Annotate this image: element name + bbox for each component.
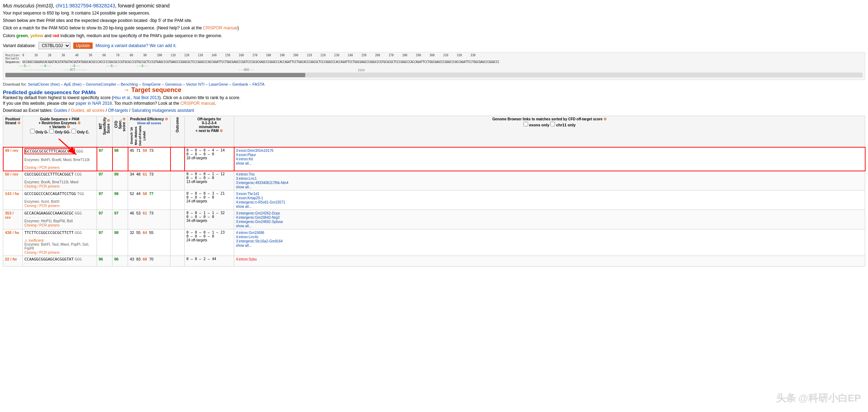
cell-outcome-1 (170, 171, 185, 190)
genome-link-1-0[interactable]: 4:intron:Trio (236, 172, 255, 176)
show-all-2[interactable]: show all... (236, 205, 251, 208)
exons-only-checkbox[interactable] (523, 122, 528, 126)
genome-link-2-2[interactable]: 4:intergenic:n-R5s61-Gm15571 (236, 200, 285, 204)
dl-guides-all[interactable]: Guides, all scores (71, 108, 104, 113)
hsu-link[interactable]: Hsu et al., Nat Biot 2013 (113, 95, 159, 100)
guide-seq-0[interactable]: GCCGGCGCGCTTTCAGGCCTC (24, 148, 75, 154)
scrollbar-thumb[interactable] (5, 73, 305, 77)
exons-only-label[interactable]: exons only (523, 123, 550, 127)
guide-seq-4[interactable]: TTCTTCCGGCCCGCGCTTCTT (24, 230, 74, 235)
genome-link-4-1[interactable]: 4:intron:Lrrc4c (236, 235, 259, 239)
only-g-checkbox[interactable] (30, 129, 35, 133)
th-guide[interactable]: Guide Sequence + PAM+ Restriction Enzyme… (23, 116, 97, 147)
cloning-link-0[interactable]: Cloning / PCR primers (24, 166, 59, 170)
cell-cfd-5: 96 (112, 256, 128, 267)
download-ape[interactable]: ApE (free) (64, 82, 81, 86)
download-vector-nti[interactable]: Vector NTI (186, 82, 204, 86)
genome-link-0-1[interactable]: 4:exon:Ptaur (236, 153, 256, 157)
dl-offtargets[interactable]: Off-targets (108, 108, 128, 113)
genome-link-4-0[interactable]: 4:intron:Gm15686 (236, 231, 264, 235)
dl-guides[interactable]: Guides (54, 108, 67, 113)
download-genbank[interactable]: Genbank (232, 82, 248, 86)
genome-link-1-1[interactable]: 3:intron:Lrrc1 (236, 177, 257, 181)
yellow-text: yellow (30, 33, 43, 38)
mor-5: 83 (136, 257, 140, 261)
only-c-checkbox[interactable] (71, 129, 76, 133)
cell-cfd-0: 98 (112, 147, 128, 171)
target-annotation-text: Target sequence (131, 86, 181, 93)
th-offtargets[interactable]: Off-targets for0-1-2-3-4mismatches+ next… (185, 116, 234, 147)
show-all-0[interactable]: show all... (236, 161, 251, 165)
mor-header[interactable]: Mor.-Mateos (134, 126, 138, 146)
download-fasta[interactable]: FASTA (253, 82, 265, 86)
chr11-only-checkbox[interactable] (550, 122, 555, 126)
genome-link-2-0[interactable]: 3:exon:Tbc1d1 (236, 192, 259, 196)
organism-name: Mus musculus (mm10) (3, 3, 53, 8)
th-cfd[interactable]: CFDSpec.score ⚙ (112, 116, 128, 147)
cloning-link-1[interactable]: Cloning / PCR primers (24, 184, 59, 188)
only-g-label[interactable]: Only G- (30, 130, 48, 134)
guide-seq-3[interactable]: GCCACAGAAGGCCAAACGCGC (24, 211, 74, 216)
guide-seq-2[interactable]: GCCCGGCCCACCAGATTCCTGG (24, 191, 76, 196)
doench-header[interactable]: Doench '16 (130, 126, 133, 146)
download-benchling[interactable]: Benchling (121, 82, 138, 86)
missing-variant-link[interactable]: Missing a variant database? We can add i… (96, 43, 177, 48)
genome-link-3-2[interactable]: 3:intergenic:Gm24692-Sptssa (236, 220, 283, 224)
download-genome-compiler[interactable]: GenomeCompiler (86, 82, 116, 86)
dots-3: · · · · · · · · · · · · · · · · · · · · … (24, 216, 95, 219)
th-genome: Genome Browser links to matches sorted b… (234, 116, 865, 147)
th-position[interactable]: Position/Strand ⚙ (3, 116, 23, 147)
crispor-manual-link1[interactable]: CRISPOR manual (203, 25, 237, 30)
update-button[interactable]: Update (73, 42, 93, 49)
genome-link-3-1[interactable]: 4:intergenic:Gm20642-Nrg3 (236, 216, 279, 219)
show-all-3[interactable]: show all... (236, 224, 251, 228)
guide-seq-1[interactable]: CGCCGGCCGCCTTTCACGGCT (24, 172, 74, 177)
genome-link-2-1[interactable]: 4:exon:Krtap29-1 (236, 196, 263, 200)
show-all-scores-link[interactable]: Show all scores (137, 121, 161, 125)
nar-link[interactable]: paper in NAR 2018 (76, 101, 112, 106)
genome-scrollbar[interactable] (5, 73, 863, 78)
genome-link-1-2[interactable]: 3:intergenic:4933408J17Rik-Ntn4 (236, 181, 288, 185)
table-row: 353 / rev GCCACAGAAGGCCAAACGCGC GGG · · … (3, 210, 865, 229)
show-all-1[interactable]: show all... (236, 185, 251, 189)
cfd-score-4: 98 (114, 230, 118, 235)
cfd-score-1: 99 (114, 172, 118, 176)
outofframe-header[interactable]: Out-of-Frame (138, 126, 142, 146)
download-lasergene[interactable]: LaserGene (209, 82, 228, 86)
th-outcome[interactable]: Outcome (170, 116, 185, 147)
table-row: 438 / fw TTCTTCCGGCCCGCGCTTCTT GGG · · ·… (3, 229, 865, 256)
guide-seq-5[interactable]: CCAAGGCGGGAGCACGGGTАТ (24, 257, 74, 262)
th-pred-eff: Predicted Efficiency ⚙Show all scores Do… (128, 116, 170, 147)
doench-3: 46 (130, 211, 134, 215)
dl-saturating[interactable]: Saturating mutagenesis assistant (132, 108, 194, 113)
cloning-link-4[interactable]: Cloning / PCR primers (24, 251, 59, 254)
only-gg-label[interactable]: Only GG- (49, 130, 70, 134)
show-all-4[interactable]: show all... (236, 244, 251, 247)
chr11-only-label[interactable]: chr11 only (550, 123, 575, 127)
download-snapgene[interactable]: SnapGene (142, 82, 161, 86)
cloning-link-3[interactable]: Cloning / PCR primers (24, 223, 59, 227)
mm-score-4: 0 – 0 – 0 – 1 – 23 (186, 230, 232, 234)
chr-link[interactable]: chr11:98327594-98328243 (56, 3, 115, 8)
variant-select[interactable]: C57BL/10J (39, 42, 70, 49)
cloning-link-2[interactable]: Cloning / PCR primers (24, 204, 59, 208)
genome-link-0-0[interactable]: 3:exon:Dnm3/Gm10176 (236, 149, 273, 153)
enzymes-2: Enzymes: XcmI, BstXI (24, 200, 95, 204)
only-gg-checkbox[interactable] (49, 129, 54, 133)
genome-link-5-0[interactable]: 4:intron:Sybu (236, 257, 257, 261)
genome-link-0-2[interactable]: 4:intron:Kit (236, 157, 253, 161)
genome-link-4-2[interactable]: 3:intergenic:Slc16a2-Gm9164 (236, 239, 283, 243)
lindel-0: 73 (149, 148, 154, 153)
th-genome-label: Genome Browser links to matches sorted b… (492, 117, 607, 121)
download-serial-cloner[interactable]: SerialCloner (free) (28, 82, 60, 86)
genome-link-3-0[interactable]: 3:intergenic:Gm24262-Dcps (236, 211, 280, 215)
cell-outcome-2 (170, 190, 185, 210)
lindel-1: 73 (149, 172, 154, 176)
lindel-header[interactable]: Lindel (143, 126, 146, 146)
only-c-label[interactable]: Only C. (71, 130, 89, 134)
download-geneious[interactable]: Geneious (165, 82, 182, 86)
crispor-manual-link2[interactable]: CRISPOR manual (180, 101, 215, 106)
th-mit[interactable]: MITSpecificityScore ⚙ (97, 116, 112, 147)
mit-score-3: 97 (99, 211, 103, 215)
table-header-row: Position/Strand ⚙ Guide Sequence + PAM+ … (3, 116, 865, 147)
